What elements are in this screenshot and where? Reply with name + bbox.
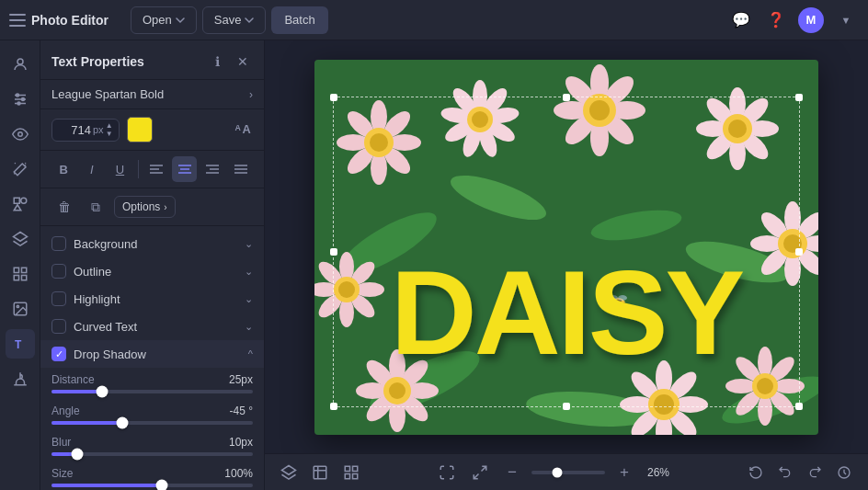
shrink-icon[interactable] [467,460,493,485]
underline-button[interactable]: U [108,156,132,182]
menu-icon[interactable] [9,14,26,27]
size-up-icon[interactable]: ▲ [106,122,113,130]
svg-point-5 [21,98,24,101]
svg-rect-12 [21,268,26,272]
background-toggle-row[interactable]: Background ⌄ [40,230,264,257]
drop-shadow-checkbox[interactable] [51,347,66,361]
size-stepper[interactable]: ▲ ▼ [106,122,113,138]
app-title: Photo Editor [31,13,108,28]
drop-shadow-toggle-row[interactable]: Drop Shadow ^ [40,340,264,368]
redo-button[interactable] [802,460,828,485]
font-selector[interactable]: League Spartan Bold › [40,80,264,109]
svg-text:A: A [234,123,241,132]
chat-icon[interactable]: 💬 [728,7,754,33]
topbar-right: 💬 ❓ M ▼ [728,7,859,33]
history-icon[interactable] [831,460,857,485]
blur-slider[interactable] [51,452,253,456]
topbar-left: Photo Editor [9,13,108,28]
svg-point-70 [589,100,610,120]
angle-label: Angle [51,405,80,417]
color-swatch[interactable] [127,117,153,142]
text-icon[interactable]: T [6,329,35,359]
close-icon[interactable]: ✕ [233,51,253,72]
zoom-thumb[interactable] [553,467,563,477]
save-button[interactable]: Save [202,6,267,34]
format-divider [138,160,139,178]
shapes-icon[interactable] [6,189,35,219]
blur-value: 10px [229,436,253,449]
info-icon[interactable]: ℹ [207,51,227,72]
zoom-in-button[interactable]: + [612,461,636,484]
avatar[interactable]: M [798,7,824,33]
background-checkbox[interactable] [51,236,66,251]
grid-icon[interactable] [6,259,35,289]
props-title: Text Properties [51,54,201,69]
stamp-icon[interactable] [6,364,35,393]
canvas-viewport[interactable]: DAISY [265,40,868,453]
delete-button[interactable]: 🗑 [51,194,77,220]
reset-icon[interactable] [743,460,769,485]
fit-screen-icon[interactable] [434,460,460,485]
background-svg: DAISY [314,60,818,435]
curved-text-toggle-row[interactable]: Curved Text ⌄ [40,313,264,340]
svg-rect-140 [353,466,358,471]
sliders-icon[interactable] [6,85,35,114]
open-button[interactable]: Open [131,6,197,34]
curved-text-checkbox[interactable] [51,319,66,334]
highlight-checkbox[interactable] [51,291,66,306]
background-chevron-icon: ⌄ [245,238,253,250]
transform-icon[interactable] [307,460,333,485]
grid-view-icon[interactable] [338,460,364,485]
chevron-down-icon[interactable]: ▼ [833,7,859,33]
layers-view-icon[interactable] [276,460,302,485]
zoom-level-display: 26% [644,466,673,479]
highlight-chevron-icon: ⌄ [245,293,253,305]
svg-point-80 [728,120,747,138]
curved-text-label: Curved Text [74,320,237,334]
bottom-right [743,460,857,485]
outline-toggle-row[interactable]: Outline ⌄ [40,257,264,285]
align-left-button[interactable] [144,156,169,182]
canvas-image[interactable]: DAISY [314,60,818,435]
shadow-controls: Distance 25px Angle -45 ° [40,368,264,490]
batch-button[interactable]: Batch [271,6,327,34]
outline-checkbox[interactable] [51,264,66,279]
svg-rect-141 [345,473,349,478]
align-center-button[interactable] [172,156,197,182]
help-icon[interactable]: ❓ [763,7,789,33]
topbar-center: Open Save Batch [131,6,328,34]
duplicate-button[interactable]: ⧉ [83,194,108,220]
user-icon[interactable] [6,50,35,79]
svg-point-130 [757,378,773,394]
undo-button[interactable] [772,460,798,485]
wand-icon[interactable] [6,154,35,184]
image-icon[interactable] [6,294,35,324]
font-size-input[interactable] [58,123,91,137]
font-size-input-wrap: px ▲ ▼ [51,119,120,142]
size-color-row: px ▲ ▼ A A [40,109,264,151]
justify-button[interactable] [228,156,253,182]
svg-point-100 [783,234,802,253]
bold-button[interactable]: B [51,156,76,182]
layers-icon[interactable] [6,224,35,254]
size-slider-row: Size 100% [51,467,253,487]
curved-text-chevron-icon: ⌄ [245,321,253,333]
eye-icon[interactable] [6,120,35,149]
zoom-slider[interactable] [531,471,605,474]
svg-rect-14 [21,276,26,280]
italic-button[interactable]: I [80,156,105,182]
blur-slider-row: Blur 10px [51,436,253,456]
angle-slider[interactable] [51,421,253,425]
text-resize-icon[interactable]: A A [234,120,253,139]
svg-text:T: T [15,338,22,351]
size-slider[interactable] [51,484,253,487]
align-right-button[interactable] [200,156,225,182]
size-down-icon[interactable]: ▼ [106,131,113,138]
icon-bar: T [0,40,40,490]
options-button[interactable]: Options › [114,196,176,218]
options-label: Options [122,200,160,213]
zoom-out-button[interactable]: − [500,461,524,484]
highlight-toggle-row[interactable]: Highlight ⌄ [40,285,264,313]
distance-slider[interactable] [51,390,253,393]
svg-rect-8 [14,198,19,203]
